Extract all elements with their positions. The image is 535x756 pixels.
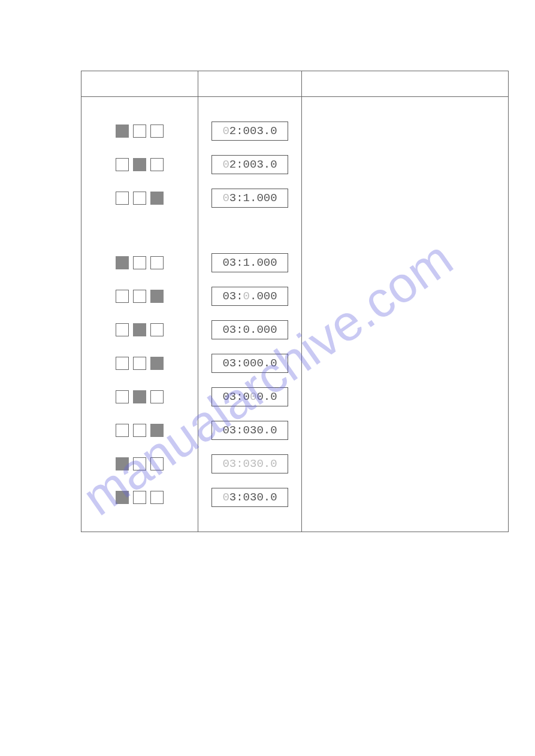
box-group [116,457,164,470]
box-indicator-row [87,487,192,508]
box-empty-icon [150,491,164,504]
box-indicator-row [87,420,192,441]
box-group [116,390,164,403]
lcd-row: 03:0.000 [204,320,295,340]
lcd-value: 03:0.000 [222,323,277,336]
lcd-display: 03:0.000 [211,320,288,339]
header-row [81,71,509,97]
box-empty-icon [150,125,164,138]
lcd-display: 03:1.000 [211,189,288,208]
box-filled-icon [116,457,129,470]
box-group [116,256,164,269]
lcd-row: 03:1.000 [204,253,295,273]
lcd-display: 02:003.0 [211,155,288,174]
box-empty-icon [116,424,129,437]
description-column [302,97,509,532]
box-empty-icon [150,158,164,171]
box-indicator-row [87,387,192,407]
box-empty-icon [116,357,129,370]
box-indicator-row [87,154,192,175]
box-indicator-row [87,286,192,306]
boxes-column [81,97,198,532]
lcd-display: 03:030.0 [211,488,288,507]
box-indicator-row [87,353,192,374]
lcd-value: 03:000.0 [222,357,277,370]
box-filled-icon [116,256,129,269]
lcd-column: 02:003.002:003.003:1.00003:1.00003:0.000… [198,97,302,532]
box-group [116,357,164,370]
lcd-row: 03:000.0 [204,387,295,407]
lcd-row: 03:030.0 [204,487,295,508]
box-group [116,491,164,504]
box-empty-icon [150,457,164,470]
box-empty-icon [150,390,164,403]
box-empty-icon [133,457,146,470]
lcd-row: 02:003.0 [204,154,295,175]
box-empty-icon [150,323,164,336]
box-empty-icon [133,424,146,437]
page: manualarchive.com 02:003.002:003.003:1.0… [0,0,535,756]
body-row: 02:003.002:003.003:1.00003:1.00003:0.000… [81,97,509,532]
lcd-display: 02:003.0 [211,122,288,141]
lcd-value: 03:1.000 [222,192,277,205]
box-empty-icon [133,125,146,138]
box-indicator-row [87,253,192,273]
box-indicator-row [87,320,192,340]
box-filled-icon [116,491,129,504]
box-indicator-row [87,454,192,474]
box-filled-icon [150,424,164,437]
lcd-value: 03:0.000 [222,290,277,303]
main-table: 02:003.002:003.003:1.00003:1.00003:0.000… [81,71,509,532]
box-group [116,424,164,437]
lcd-value: 02:003.0 [222,158,277,171]
box-group [116,290,164,303]
box-empty-icon [116,192,129,205]
header-cell-3 [302,71,509,97]
box-empty-icon [150,256,164,269]
lcd-value: 03:030.0 [222,491,277,504]
box-group [116,125,164,138]
lcd-value: 03:030.0 [222,424,277,437]
lcd-row: 02:003.0 [204,121,295,141]
lcd-row: 03:1.000 [204,188,295,208]
box-filled-icon [133,323,146,336]
box-filled-icon [116,125,129,138]
lcd-display: 03:030.0 [211,421,288,440]
box-indicator-row [87,121,192,141]
lcd-row: 03:0.000 [204,286,295,306]
box-group [116,323,164,336]
box-filled-icon [150,192,164,205]
box-group [116,192,164,205]
box-filled-icon [150,290,164,303]
box-empty-icon [133,256,146,269]
lcd-value: 03:1.000 [222,256,277,269]
lcd-value: 02:003.0 [222,125,277,138]
lcd-display: 03:000.0 [211,354,288,373]
header-cell-1 [81,71,198,97]
lcd-value: 03:030.0 [222,457,277,470]
box-empty-icon [116,158,129,171]
box-empty-icon [116,290,129,303]
box-empty-icon [133,357,146,370]
lcd-value: 03:000.0 [222,390,277,403]
box-group [116,158,164,171]
lcd-display: 03:1.000 [211,253,288,272]
lcd-display: 03:030.0 [211,454,288,473]
box-filled-icon [133,158,146,171]
header-cell-2 [198,71,302,97]
box-empty-icon [133,491,146,504]
box-empty-icon [133,192,146,205]
box-indicator-row [87,188,192,208]
lcd-row: 03:030.0 [204,454,295,474]
box-empty-icon [116,390,129,403]
lcd-row: 03:030.0 [204,420,295,441]
box-filled-icon [150,357,164,370]
spacer [204,221,295,239]
spacer [87,221,192,239]
lcd-row: 03:000.0 [204,353,295,374]
lcd-display: 03:000.0 [211,387,288,406]
box-empty-icon [133,290,146,303]
box-empty-icon [116,323,129,336]
box-filled-icon [133,390,146,403]
lcd-display: 03:0.000 [211,287,288,306]
